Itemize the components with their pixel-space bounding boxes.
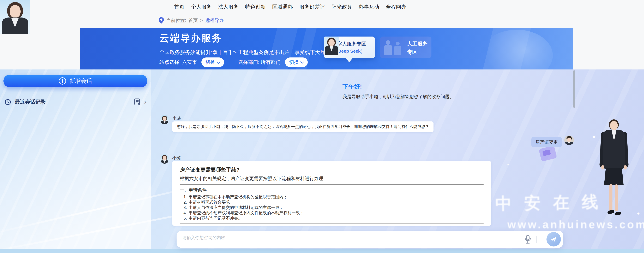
recent-sessions-right: › — [134, 98, 146, 105]
composer-divider — [536, 236, 536, 243]
site-select-label: 站点选择: 六安市 — [160, 59, 197, 66]
figure-leg — [615, 184, 618, 211]
site-switch-button[interactable]: 切换 — [202, 58, 224, 67]
condition-item: 申请人与依法应当提交的申请材料记载的主体一致； — [188, 205, 484, 210]
figure-shoe — [615, 212, 621, 216]
breadcrumb-prefix: 当前位置: — [166, 17, 186, 24]
nav-interaction[interactable]: 办事互动 — [358, 4, 379, 11]
assistant-avatar — [160, 115, 169, 124]
digital-human-service-card[interactable]: 数字人服务专区 （Deep Seek） — [324, 37, 375, 58]
assistant-greeting-avatar — [0, 0, 30, 34]
breadcrumb-separator: > — [200, 18, 203, 23]
operator-silhouette — [384, 45, 392, 55]
answer-divider — [180, 184, 484, 185]
operator-silhouette — [394, 46, 401, 55]
nav-online-services[interactable]: 全程网办 — [386, 4, 406, 11]
figure-face — [610, 121, 618, 130]
answer-heading: 房产证变更需要哪些手续? — [180, 166, 484, 173]
cloud-guide-service-page: 首页 个人服务 法人服务 特色创新 区域通办 服务好差评 阳光政务 办事互动 全… — [0, 0, 644, 253]
user-avatar — [564, 135, 574, 145]
condition-item: 申请登记的不动产权利与登记原因文件记载的不动产权利一致； — [188, 210, 484, 215]
digital-assistant-avatar — [324, 37, 340, 55]
recent-sessions-left: 最近会话记录 — [4, 98, 46, 106]
sparkle-icon: ✦ — [507, 163, 510, 167]
chat-scrollbar-thumb[interactable] — [573, 70, 575, 108]
condition-item: 申请内容与询问记录不冲突。 — [188, 215, 484, 221]
answer-conditions-list: 申请登记事项在本不动产登记机构的登记职责范围内； 申请材料形式符合要求； 申请人… — [180, 194, 484, 221]
nav-personal-services[interactable]: 个人服务 — [191, 4, 212, 11]
breadcrumb-home[interactable]: 首页 — [188, 17, 198, 24]
dept-switch-label: 切换 — [289, 59, 299, 66]
breadcrumb: 当前位置: 首页 > 远程导办 — [159, 17, 224, 24]
site-switch-label: 切换 — [206, 59, 215, 66]
chevron-down-icon — [217, 60, 220, 64]
assistant-avatar — [160, 154, 169, 164]
answer-intro: 根据六安市的相关规定，房产证变更需要按照以下流程和材料进行办理： — [180, 175, 484, 182]
answer-section1-title: 一、申请条件 — [180, 187, 484, 193]
plus-circle-icon — [59, 77, 66, 85]
sidebar-divider — [151, 70, 151, 253]
top-nav: 首页 个人服务 法人服务 特色创新 区域通办 服务好差评 阳光政务 办事互动 全… — [174, 4, 406, 11]
assistant-name: 小璐 — [172, 155, 181, 161]
nav-featured-innovation[interactable]: 特色创新 — [245, 4, 266, 11]
greeting-message: 我是导服助手小璐，可以为您解答您想了解的政务问题。 — [342, 94, 454, 100]
dept-select-label: 选择部门: 所有部门 — [238, 59, 280, 66]
page-title: 云端导办服务 — [160, 32, 222, 45]
composer-bar — [176, 231, 563, 248]
manual-service-card[interactable]: 人工服务 专区 — [380, 37, 432, 58]
digital-card-selected-pointer — [346, 58, 352, 62]
user-message-bubble: 房产证变更 — [532, 137, 562, 147]
watermark-text: 中安在线 — [495, 191, 611, 215]
dept-switch-button[interactable]: 切换 — [285, 58, 308, 67]
nav-legal-services[interactable]: 法人服务 — [218, 4, 238, 11]
condition-item: 申请登记事项在本不动产登记机构的登记职责范围内； — [188, 194, 484, 199]
location-pin-icon — [159, 17, 164, 24]
nav-service-rating[interactable]: 服务好差评 — [299, 4, 325, 11]
sparkle-icon: ✦ — [592, 133, 596, 141]
paper-plane-icon — [550, 236, 557, 243]
nav-regional-services[interactable]: 区域通办 — [272, 4, 293, 11]
operator-silhouette — [396, 42, 400, 46]
breadcrumb-current[interactable]: 远程导办 — [205, 17, 224, 24]
greeting-title: 下午好! — [342, 83, 362, 91]
recent-sessions-label: 最近会话记录 — [15, 98, 46, 106]
nav-open-government[interactable]: 阳光政务 — [332, 4, 352, 11]
recent-sessions-row[interactable]: 最近会话记录 › — [4, 98, 146, 106]
chat-input[interactable] — [182, 233, 505, 247]
figure-skirt — [604, 168, 624, 185]
bottom-strip — [0, 249, 644, 253]
watermark-url: www.anhuinews.com — [508, 218, 644, 231]
history-clock-icon — [4, 98, 11, 106]
chevron-right-icon[interactable]: › — [144, 99, 146, 104]
chevron-down-icon — [300, 60, 304, 64]
banner: 云端导办服务 全国政务服务效能提升“双十百千”- 工程典型案例足不出户，享受线下… — [80, 28, 574, 70]
assistant-name: 小璐 — [172, 116, 181, 121]
banner-controls: 站点选择: 六安市 切换 选择部门: 所有部门 切换 — [160, 58, 308, 67]
figure-hand — [624, 165, 627, 169]
microphone-icon[interactable] — [524, 235, 531, 244]
answer-divider — [180, 223, 484, 224]
condition-item: 申请材料形式符合要求； — [188, 199, 484, 205]
manual-card-title-line2: 专区 — [407, 49, 428, 56]
banner-subtitle: 全国政务服务效能提升“双十百千”- 工程典型案例足不出户，享受线下大厅同质服务 — [160, 49, 346, 56]
nav-home[interactable]: 首页 — [174, 4, 184, 11]
assistant-intro-message: 您好，我是导服助手小璐，我上岗不久，服务不周之处，请给我多一点的耐心，我正在努力… — [172, 121, 434, 132]
assistant-answer-card: 房产证变更需要哪些手续? 根据六安市的相关规定，房产证变更需要按照以下流程和材料… — [172, 161, 491, 226]
operator-silhouette — [386, 40, 390, 45]
new-session-label: 新增会话 — [70, 77, 92, 85]
manual-card-texts: 人工服务 专区 — [407, 40, 428, 56]
sparkle-icon: ✦ — [637, 211, 640, 216]
session-list-icon[interactable] — [134, 98, 140, 105]
figure-hand — [601, 165, 604, 169]
manual-card-title-line1: 人工服务 — [407, 40, 428, 47]
new-session-button[interactable]: 新增会话 — [4, 75, 148, 87]
send-button[interactable] — [546, 232, 561, 246]
